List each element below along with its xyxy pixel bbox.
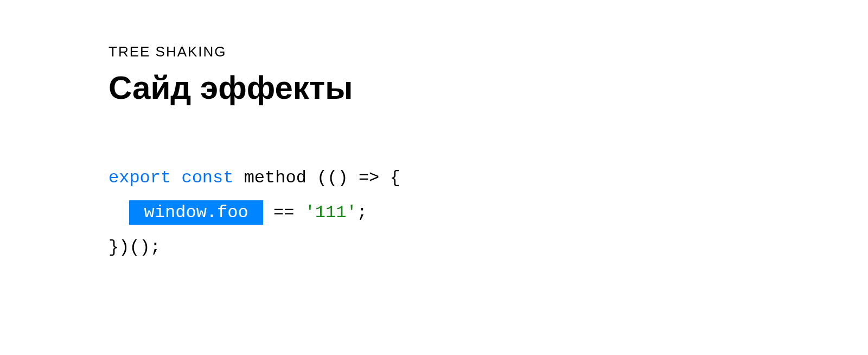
code-highlight: window.foo <box>129 200 263 225</box>
code-block: export const method (() => { window.foo … <box>108 161 760 265</box>
slide-title: Сайд эффекты <box>108 69 760 106</box>
code-text: method (() => { <box>233 168 400 188</box>
code-string: '111' <box>305 202 357 223</box>
code-punct: ; <box>357 202 367 223</box>
code-keyword: export const <box>108 168 233 188</box>
slide: TREE SHAKING Сайд эффекты export const m… <box>0 0 868 308</box>
eyebrow-label: TREE SHAKING <box>108 43 760 60</box>
code-operator: == <box>263 202 305 223</box>
code-text: })(); <box>108 237 161 257</box>
code-indent <box>108 202 129 223</box>
